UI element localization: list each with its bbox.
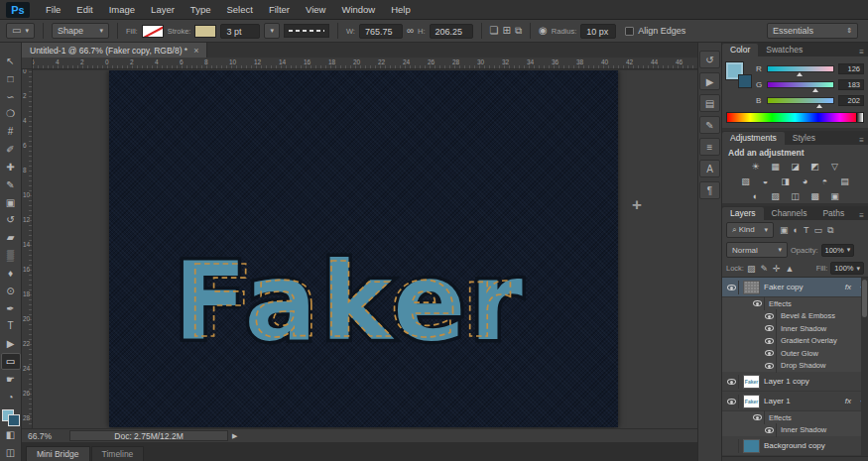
levels-icon[interactable]: ▦: [767, 160, 784, 173]
path-operations-icon[interactable]: ❏: [490, 23, 499, 39]
slider-thumb[interactable]: [797, 72, 803, 76]
tool-mode-select[interactable]: Shape ▾: [52, 23, 109, 39]
invert-icon[interactable]: ◐: [747, 189, 764, 202]
tab-styles[interactable]: Styles: [785, 132, 823, 145]
visibility-toggle[interactable]: [762, 359, 777, 373]
opacity-field[interactable]: 100% ▾: [821, 244, 855, 257]
menu-item-view[interactable]: View: [298, 0, 333, 20]
selective-color-icon[interactable]: ▣: [826, 189, 843, 202]
stroke-type-picker[interactable]: [284, 24, 329, 38]
lock-transparency-icon[interactable]: ▨: [747, 264, 756, 274]
color-lookup-icon[interactable]: ▤: [836, 174, 853, 187]
paragraph-icon[interactable]: ¶: [699, 181, 720, 199]
layer-row[interactable]: Background copy: [722, 436, 868, 456]
layer-filter-kind-select[interactable]: ⌕ Kind ▾: [726, 222, 774, 238]
menu-item-type[interactable]: Type: [183, 0, 219, 20]
menu-item-file[interactable]: File: [38, 0, 68, 20]
tool-presets-icon[interactable]: ▤: [699, 94, 720, 112]
layer-fx-badge[interactable]: fx: [845, 397, 854, 405]
type-tool[interactable]: T: [1, 317, 21, 334]
channel-slider[interactable]: [767, 81, 834, 88]
tab-paths[interactable]: Paths: [814, 207, 852, 220]
effect-row[interactable]: Bevel & Emboss: [722, 310, 868, 323]
menu-item-window[interactable]: Window: [333, 0, 383, 20]
hand-tool[interactable]: ☛: [1, 371, 21, 388]
menu-item-layer[interactable]: Layer: [143, 0, 183, 20]
visibility-toggle[interactable]: [762, 423, 777, 437]
brush-settings-icon[interactable]: ≡: [699, 138, 720, 156]
path-arrange-icon[interactable]: ⧉: [515, 23, 522, 39]
layer-thumbnail[interactable]: [743, 439, 760, 453]
horizontal-ruler[interactable]: 6420246810121416182022242628303234363840…: [33, 58, 697, 69]
effect-row[interactable]: Gradient Overlay: [722, 335, 868, 348]
brush-presets-icon[interactable]: ✎: [699, 116, 720, 134]
effect-row[interactable]: Inner Shadow: [722, 322, 868, 335]
fill-swatch[interactable]: [142, 25, 164, 38]
filter-shape-layers-icon[interactable]: ▭: [813, 225, 822, 236]
quick-selection-tool[interactable]: ❍: [1, 105, 21, 122]
layers-scrollbar[interactable]: [861, 278, 868, 456]
filter-type-layers-icon[interactable]: T: [804, 225, 809, 236]
color-spectrum-bar[interactable]: [726, 112, 864, 123]
lasso-tool[interactable]: ∽: [1, 88, 21, 105]
shape-width-input[interactable]: 765.75: [359, 24, 403, 39]
tool-preset-picker[interactable]: ▭ ▾: [6, 23, 35, 39]
tab-adjustments[interactable]: Adjustments: [722, 132, 785, 145]
layer-thumbnail[interactable]: Faker: [743, 395, 760, 408]
stroke-swatch[interactable]: [194, 25, 216, 38]
align-edges-checkbox[interactable]: [625, 27, 634, 36]
color-balance-icon[interactable]: ◒: [757, 174, 774, 187]
effect-row[interactable]: Drop Shadow: [722, 360, 868, 373]
slider-thumb[interactable]: [812, 88, 818, 92]
visibility-toggle[interactable]: [724, 281, 739, 294]
panel-menu-icon[interactable]: ≡: [859, 136, 868, 145]
ruler-corner[interactable]: [22, 58, 33, 69]
close-icon[interactable]: ×: [193, 46, 198, 56]
tab-timeline[interactable]: Timeline: [91, 446, 145, 461]
quick-mask-icon[interactable]: ◧: [1, 427, 21, 444]
crop-tool[interactable]: #: [1, 123, 21, 140]
radius-input[interactable]: 10 px: [580, 24, 616, 39]
pen-tool[interactable]: ✒: [1, 300, 21, 317]
document-tab[interactable]: Untitled-1 @ 66.7% (Faker copy, RGB/8) *…: [22, 43, 207, 58]
curves-icon[interactable]: ◪: [787, 160, 804, 173]
dodge-tool[interactable]: ⊙: [1, 283, 21, 299]
blend-mode-select[interactable]: Normal ▾: [726, 242, 788, 258]
layer-row[interactable]: FakerLayer 1 copy: [722, 372, 868, 392]
tab-layers[interactable]: Layers: [722, 207, 764, 220]
blur-tool[interactable]: ♦: [1, 265, 21, 282]
stroke-width-dropdown[interactable]: ▾: [264, 23, 280, 39]
exposure-icon[interactable]: ◩: [806, 160, 823, 173]
background-color-swatch[interactable]: [8, 414, 20, 426]
effects-header-row[interactable]: Effects: [722, 411, 868, 424]
canvas-area[interactable]: Faker Faker +: [33, 70, 697, 428]
clone-stamp-tool[interactable]: ▣: [1, 194, 21, 211]
channel-slider[interactable]: [767, 97, 834, 104]
layer-row[interactable]: FakerLayer 1fx▾: [722, 392, 868, 411]
document-canvas[interactable]: Faker Faker: [109, 70, 618, 427]
photo-filter-icon[interactable]: ◕: [797, 174, 813, 187]
channel-value[interactable]: 183: [838, 79, 864, 90]
layer-thumbnail[interactable]: Faker: [743, 375, 760, 389]
lock-all-icon[interactable]: ▲: [786, 264, 795, 274]
zoom-tool[interactable]: ◔: [1, 389, 21, 405]
eyedropper-tool[interactable]: ✐: [1, 141, 21, 158]
tab-color[interactable]: Color: [722, 44, 758, 57]
hue-saturation-icon[interactable]: ▧: [737, 174, 754, 187]
black-white-icon[interactable]: ◨: [777, 174, 794, 187]
vertical-ruler[interactable]: 0246810121416182022242628: [22, 58, 33, 429]
effect-row[interactable]: Outer Glow: [722, 347, 868, 360]
marquee-tool[interactable]: □: [1, 70, 21, 87]
path-selection-tool[interactable]: ▶: [1, 335, 21, 352]
slider-thumb[interactable]: [816, 104, 822, 108]
visibility-toggle[interactable]: [724, 375, 739, 389]
stroke-width-input[interactable]: 3 pt: [220, 24, 260, 39]
tab-mini-bridge[interactable]: Mini Bridge: [26, 446, 90, 461]
layer-row[interactable]: Faker copyfx▾: [722, 278, 868, 297]
filter-adjustment-layers-icon[interactable]: ◐: [794, 225, 799, 236]
lock-pixels-icon[interactable]: ✎: [760, 264, 768, 274]
scrollbar-thumb[interactable]: [862, 280, 867, 317]
brightness-contrast-icon[interactable]: ☀: [747, 160, 764, 173]
tab-channels[interactable]: Channels: [764, 207, 815, 220]
channel-slider[interactable]: [767, 65, 834, 72]
